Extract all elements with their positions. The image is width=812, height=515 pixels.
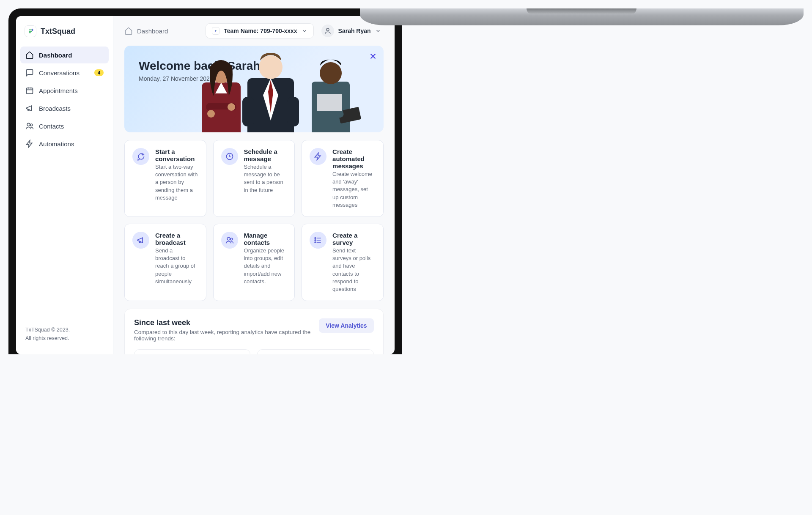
svg-rect-0 — [27, 88, 33, 93]
team-label: Team Name: 709-700-xxxx — [224, 27, 297, 34]
sidebar-item-automations[interactable]: Automations — [20, 135, 109, 152]
home-icon — [124, 27, 133, 35]
clock-icon — [221, 148, 238, 165]
action-start-conversation[interactable]: Start a conversation Start a two-way con… — [124, 140, 206, 217]
sidebar-item-label: Broadcasts — [39, 105, 71, 112]
svg-point-17 — [207, 110, 215, 118]
megaphone-icon — [132, 232, 149, 249]
action-automated-messages[interactable]: Create automated messages Create welcome… — [302, 140, 384, 217]
footer-line1: TxTSquad © 2023. — [25, 326, 104, 334]
sidebar-item-label: Conversations — [39, 69, 80, 77]
svg-point-3 — [326, 28, 329, 31]
breadcrumb-label: Dashboard — [137, 27, 168, 35]
sidebar-badge: 4 — [94, 69, 104, 76]
avatar — [321, 25, 334, 37]
footer-line2: All rights reserved. — [25, 334, 104, 342]
svg-point-1 — [27, 123, 30, 126]
analytics-panel: Since last week Compared to this day las… — [124, 309, 384, 354]
card-title: Manage contacts — [244, 232, 287, 246]
card-title: Create a survey — [332, 232, 376, 246]
brand-name: TxtSquad — [41, 27, 75, 36]
card-desc: Start a two-way conversation with a pers… — [155, 163, 198, 202]
svg-point-18 — [228, 103, 235, 111]
sidebar-footer: TxTSquad © 2023. All rights reserved. — [20, 321, 109, 347]
sidebar-item-broadcasts[interactable]: Broadcasts — [20, 100, 109, 117]
card-title: Create a broadcast — [155, 232, 198, 246]
chat-plus-icon — [132, 148, 149, 165]
chevron-down-icon — [375, 28, 381, 34]
topbar: Dashboard Team Name: 709-700-xxxx Sarah … — [113, 16, 395, 46]
user-menu[interactable]: Sarah Ryan — [319, 23, 384, 39]
user-name: Sarah Ryan — [338, 27, 371, 34]
svg-rect-8 — [317, 94, 342, 111]
card-title: Create automated messages — [332, 148, 376, 170]
brand: TxtSquad — [20, 25, 109, 47]
action-create-survey[interactable]: Create a survey Send text surveys or pol… — [302, 224, 384, 301]
people-illustration — [189, 48, 367, 132]
calendar-icon — [25, 86, 34, 95]
chevron-down-icon — [302, 28, 307, 34]
svg-point-5 — [320, 62, 342, 84]
sidebar-item-appointments[interactable]: Appointments — [20, 82, 109, 99]
card-title: Schedule a message — [244, 148, 287, 162]
card-desc: Schedule a message to be sent to a perso… — [244, 163, 287, 194]
users-icon — [25, 122, 34, 130]
action-schedule-message[interactable]: Schedule a message Schedule a message to… — [213, 140, 295, 217]
nav: Dashboard Conversations 4 Appointments — [20, 47, 109, 152]
breadcrumb: Dashboard — [124, 27, 168, 35]
card-title: Start a conversation — [155, 148, 198, 162]
list-icon — [310, 232, 326, 249]
sidebar-item-label: Appointments — [39, 87, 78, 94]
svg-point-10 — [259, 55, 283, 79]
svg-point-21 — [230, 238, 232, 240]
action-manage-contacts[interactable]: Manage contacts Organize people into gro… — [213, 224, 295, 301]
card-desc: Organize people into groups, edit detail… — [244, 247, 287, 285]
svg-point-22 — [315, 238, 316, 239]
sidebar-item-label: Contacts — [39, 123, 64, 130]
sidebar-item-contacts[interactable]: Contacts — [20, 118, 109, 134]
card-desc: Create welcome and 'away' messages, set … — [332, 170, 376, 209]
action-cards: Start a conversation Start a two-way con… — [124, 140, 384, 301]
sidebar-item-conversations[interactable]: Conversations 4 — [20, 64, 109, 81]
sidebar-item-label: Automations — [39, 140, 74, 148]
bolt-icon — [310, 148, 326, 165]
megaphone-icon — [25, 104, 34, 112]
svg-rect-12 — [287, 97, 299, 126]
chat-icon — [25, 68, 34, 77]
team-selector[interactable]: Team Name: 709-700-xxxx — [206, 23, 313, 38]
welcome-banner: Welcome back, Sarah Monday, 27 November … — [124, 46, 384, 132]
svg-rect-11 — [242, 97, 254, 126]
main: Dashboard Team Name: 709-700-xxxx Sarah … — [113, 16, 395, 354]
sidebar: TxtSquad Dashboard Conversations 4 — [16, 16, 113, 354]
stat-activity: Activity & Engagement: Sent / Received M… — [134, 349, 250, 354]
action-create-broadcast[interactable]: Create a broadcast Send a broadcast to r… — [124, 224, 206, 301]
svg-point-20 — [227, 237, 230, 240]
close-icon[interactable] — [368, 52, 378, 61]
view-analytics-button[interactable]: View Analytics — [319, 318, 373, 333]
analytics-title: Since last week — [134, 318, 319, 327]
team-logo-icon — [212, 27, 219, 35]
svg-point-24 — [315, 242, 316, 243]
sidebar-item-label: Dashboard — [39, 52, 72, 59]
brand-logo-icon — [25, 25, 36, 37]
card-desc: Send text surveys or polls and have cont… — [332, 247, 376, 293]
users-icon — [221, 232, 238, 249]
bolt-icon — [25, 140, 34, 148]
stat-adoption: Adoption: Newly Added Contacts 49 13% — [257, 349, 373, 354]
analytics-subtitle: Compared to this day last week, reportin… — [134, 329, 319, 342]
home-icon — [25, 51, 34, 59]
svg-point-2 — [30, 124, 33, 126]
svg-point-23 — [315, 240, 316, 241]
card-desc: Send a broadcast to reach a group of peo… — [155, 247, 198, 285]
sidebar-item-dashboard[interactable]: Dashboard — [20, 47, 109, 63]
